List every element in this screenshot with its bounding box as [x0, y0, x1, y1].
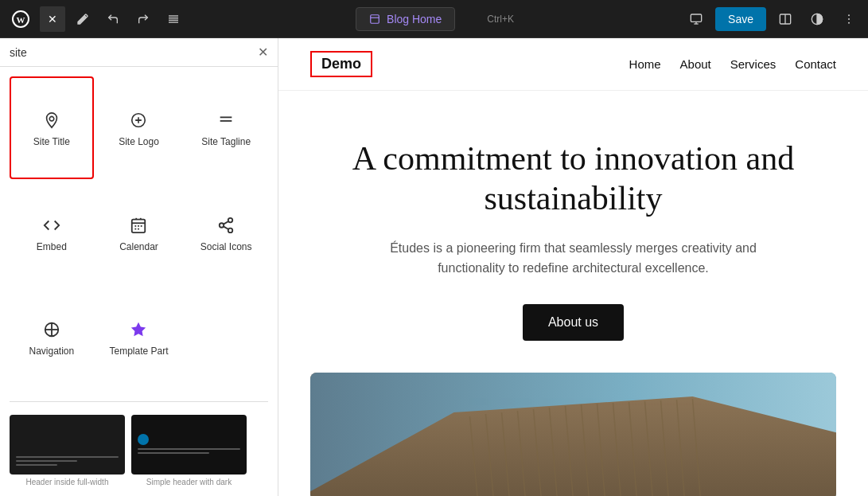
site-header: Demo Home About Services Contact: [278, 38, 868, 91]
sidebar-bottom: Header inside full-width Simple header w…: [0, 405, 278, 496]
svg-marker-41: [131, 322, 146, 336]
search-input[interactable]: [10, 46, 251, 59]
block-label-navigation: Navigation: [29, 346, 74, 357]
template-thumb-2-label: Simple header with dark: [146, 478, 232, 486]
toolbar-left: W ✕: [6, 5, 186, 33]
preview-site: Demo Home About Services Contact A commi…: [278, 38, 868, 496]
view-split-button[interactable]: [773, 6, 798, 32]
social-icons-icon: [215, 214, 237, 236]
block-item-calendar[interactable]: Calendar: [97, 182, 181, 283]
template-part-icon: [127, 318, 150, 341]
site-logo-icon: [127, 109, 150, 131]
block-label-site-tagline: Site Tagline: [201, 136, 251, 147]
list-view-button[interactable]: [161, 6, 186, 32]
svg-point-17: [49, 116, 54, 121]
svg-point-33: [228, 218, 233, 223]
wp-logo[interactable]: W: [6, 5, 35, 33]
redo-button[interactable]: [130, 6, 156, 32]
template-thumb-1-container: Header inside full-width: [10, 415, 125, 486]
calendar-icon: [127, 214, 150, 236]
save-button[interactable]: Save: [715, 7, 766, 31]
nav-about[interactable]: About: [680, 57, 711, 71]
sidebar: ✕ Site Title Site Logo: [0, 38, 278, 496]
template-thumb-2[interactable]: [131, 415, 247, 475]
svg-point-14: [848, 14, 850, 16]
block-item-embed[interactable]: Embed: [10, 182, 94, 283]
block-item-site-title[interactable]: Site Title: [10, 76, 94, 179]
svg-point-15: [848, 18, 850, 20]
hero-section: A commitment to innovation and sustainab…: [278, 91, 868, 373]
main-layout: ✕ Site Title Site Logo: [0, 38, 868, 496]
page-title-label: Blog Home: [387, 13, 442, 25]
block-item-site-tagline[interactable]: Site Tagline: [184, 76, 268, 179]
keyboard-shortcut: Ctrl+K: [487, 14, 514, 25]
site-logo-box[interactable]: Demo: [310, 51, 372, 77]
search-clear-button[interactable]: ✕: [258, 45, 268, 60]
preview-frame: Demo Home About Services Contact A commi…: [278, 38, 868, 496]
site-nav: Home About Services Contact: [629, 57, 836, 71]
svg-point-35: [228, 228, 233, 233]
navigation-icon: [41, 318, 63, 341]
svg-point-34: [220, 223, 224, 228]
template-thumb-2-container: Simple header with dark: [131, 415, 247, 486]
close-button[interactable]: ✕: [40, 6, 65, 32]
block-label-calendar: Calendar: [119, 241, 158, 252]
page-title-button[interactable]: Blog Home: [356, 7, 455, 31]
search-bar: ✕: [0, 38, 278, 67]
more-options-button[interactable]: [836, 6, 862, 32]
block-label-social-icons: Social Icons: [200, 241, 252, 252]
hero-image: [310, 373, 836, 496]
svg-text:W: W: [17, 14, 25, 24]
theme-button[interactable]: [804, 6, 830, 32]
about-us-button[interactable]: About us: [523, 304, 624, 341]
blocks-grid: Site Title Site Logo Site Tagline: [0, 67, 278, 398]
embed-icon: [41, 214, 63, 236]
content-area: Demo Home About Services Contact A commi…: [278, 38, 868, 496]
nav-home[interactable]: Home: [629, 57, 661, 71]
preview-button[interactable]: [683, 6, 709, 32]
block-label-site-title: Site Title: [33, 136, 70, 147]
template-thumb-1-label: Header inside full-width: [26, 478, 109, 486]
toolbar-right: Save: [683, 6, 862, 32]
nav-services[interactable]: Services: [730, 57, 777, 71]
svg-line-36: [224, 226, 228, 229]
undo-button[interactable]: [100, 6, 126, 32]
edit-tool-button[interactable]: [70, 6, 95, 32]
block-label-embed: Embed: [37, 241, 67, 252]
block-item-navigation[interactable]: Navigation: [10, 287, 94, 389]
site-tagline-icon: [215, 109, 237, 131]
svg-rect-6: [371, 14, 380, 23]
svg-line-37: [224, 221, 228, 225]
nav-contact[interactable]: Contact: [795, 57, 836, 71]
hero-subtext: Études is a pioneering firm that seamles…: [367, 238, 780, 279]
block-label-site-logo: Site Logo: [119, 136, 159, 147]
block-item-site-logo[interactable]: Site Logo: [97, 76, 181, 179]
toolbar: W ✕ Blog Home Ctrl+K Save: [0, 0, 868, 38]
block-item-social-icons[interactable]: Social Icons: [184, 182, 268, 283]
site-title-icon: [41, 109, 63, 131]
block-item-template-part[interactable]: Template Part: [97, 287, 181, 389]
template-thumb-1[interactable]: [10, 415, 125, 475]
toolbar-center: Blog Home Ctrl+K: [189, 7, 680, 31]
sidebar-divider: [10, 401, 268, 402]
block-label-template-part: Template Part: [109, 346, 168, 357]
hero-heading: A commitment to innovation and sustainab…: [335, 139, 812, 219]
svg-point-16: [848, 21, 850, 23]
svg-rect-8: [691, 14, 701, 21]
